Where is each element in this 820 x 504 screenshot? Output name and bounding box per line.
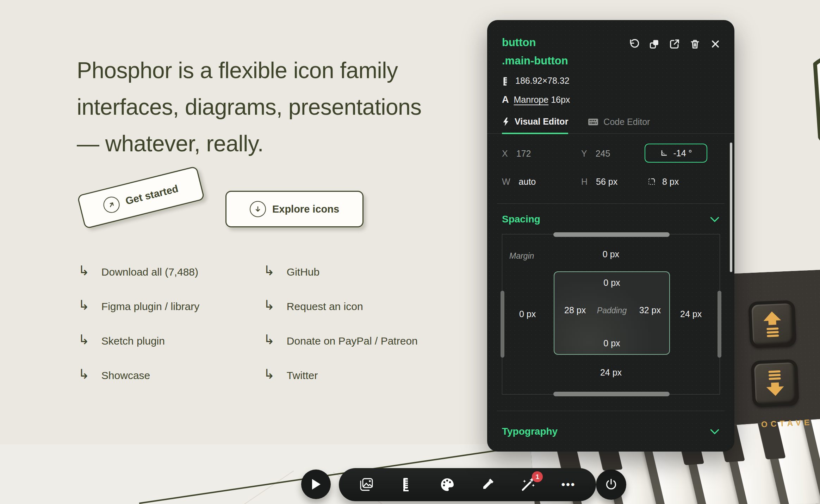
notification-badge: 1 (532, 471, 543, 482)
images-tool-button[interactable] (357, 475, 375, 494)
position-size-fields: X 172 Y 245 -14 ° W auto (487, 134, 734, 203)
height-field[interactable]: H 56 px (581, 172, 617, 191)
link-arrow-icon: ↳ (263, 300, 275, 310)
heading-line-2: interfaces, diagrams, presentations (77, 89, 422, 125)
link-sketch-plugin[interactable]: ↳ Sketch plugin (78, 335, 165, 347)
heading-line-3: — whatever, really. (77, 125, 422, 162)
get-started-button[interactable]: Get started (77, 166, 205, 229)
arrow-down-icon (250, 201, 266, 217)
palette-icon (440, 477, 455, 492)
link-github[interactable]: ↳ GitHub (263, 266, 319, 278)
link-showcase[interactable]: ↳ Showcase (78, 370, 150, 382)
editor-tabs: Visual Editor Code Editor (487, 116, 734, 134)
element-font: A Manrope 16px (502, 94, 720, 105)
padding-right-value[interactable]: 32 px (639, 305, 661, 315)
font-family-link[interactable]: Manrope (514, 95, 549, 105)
tab-code-editor[interactable]: Code Editor (588, 116, 650, 133)
octave-down-button[interactable] (751, 359, 799, 408)
border-radius-field[interactable]: 8 px (647, 172, 679, 191)
padding-top-value[interactable]: 0 px (603, 278, 620, 288)
margin-right-value[interactable]: 24 px (680, 309, 702, 319)
link-twitter[interactable]: ↳ Twitter (263, 370, 318, 382)
margin-left-handle[interactable] (501, 291, 504, 358)
explore-icons-label: Explore icons (272, 203, 339, 215)
arrow-down-icon (754, 362, 796, 404)
padding-bottom-value[interactable]: 0 px (603, 338, 620, 348)
page-title: Phosphor is a flexible icon family inter… (77, 52, 422, 162)
font-icon: A (502, 94, 509, 105)
y-field[interactable]: Y 245 (581, 144, 610, 163)
box-model-editor: Margin 0 px 0 px 24 px 24 px 0 px 28 px … (502, 234, 720, 395)
toolbar: 1 ••• (339, 468, 596, 501)
duplicate-icon[interactable] (648, 38, 660, 50)
ruler-icon (400, 477, 414, 492)
tab-visual-editor[interactable]: Visual Editor (502, 116, 568, 134)
arrow-up-icon (751, 303, 793, 345)
chevron-down-icon (710, 429, 720, 435)
link-donate[interactable]: ↳ Donate on PayPal / Patreon (263, 335, 418, 347)
link-figma-plugin[interactable]: ↳ Figma plugin / library (78, 301, 199, 313)
spacing-section-header[interactable]: Spacing (487, 214, 734, 225)
padding-label: Padding (597, 306, 627, 315)
keyboard-icon (588, 118, 598, 126)
radius-icon (647, 177, 656, 186)
play-icon (311, 478, 321, 490)
play-button[interactable] (301, 470, 331, 499)
undo-icon[interactable] (628, 38, 639, 50)
margin-left-value[interactable]: 0 px (519, 309, 536, 319)
power-button[interactable] (596, 470, 626, 500)
link-request-icon[interactable]: ↳ Request an icon (263, 301, 363, 313)
width-field[interactable]: W auto (502, 172, 536, 191)
margin-bottom-handle[interactable] (553, 392, 670, 396)
ellipsis-icon: ••• (561, 481, 576, 488)
padding-left-value[interactable]: 28 px (564, 305, 586, 315)
link-arrow-icon: ↳ (263, 369, 275, 379)
open-external-icon[interactable] (669, 38, 680, 50)
link-arrow-icon: ↳ (263, 334, 275, 345)
eyedropper-tool-button[interactable] (478, 475, 497, 494)
link-arrow-icon: ↳ (78, 265, 89, 276)
margin-right-handle[interactable] (718, 291, 721, 358)
margin-label: Margin (509, 251, 534, 261)
angle-icon (660, 149, 668, 157)
octave-controls: OCTAVE (748, 299, 820, 430)
page: Phosphor is a flexible icon family inter… (0, 0, 820, 504)
arrow-up-right-icon (102, 195, 122, 215)
chevron-down-icon (710, 216, 720, 222)
typography-section-header[interactable]: Typography (487, 426, 734, 437)
link-arrow-icon: ↳ (78, 300, 89, 310)
padding-box: 0 px 28 px Padding 32 px 0 px (554, 271, 670, 355)
ruler-small-icon (502, 76, 510, 86)
link-download-all[interactable]: ↳ Download all (7,488) (78, 266, 198, 278)
x-field[interactable]: X 172 (502, 144, 531, 163)
divider (497, 203, 725, 204)
images-icon (358, 477, 374, 492)
rotation-field[interactable]: -14 ° (645, 144, 707, 163)
panel-scrollbar[interactable] (730, 143, 732, 272)
link-arrow-icon: ↳ (78, 334, 89, 345)
cursor-doodle (805, 53, 820, 159)
margin-bottom-value[interactable]: 24 px (600, 367, 622, 378)
element-dimensions: 186.92×78.32 (502, 76, 720, 86)
link-arrow-icon: ↳ (78, 369, 89, 379)
eyedropper-icon (480, 477, 495, 492)
link-arrow-icon: ↳ (263, 265, 275, 276)
margin-top-handle[interactable] (553, 232, 670, 237)
panel-actions (628, 38, 721, 50)
close-icon[interactable] (710, 38, 721, 50)
palette-tool-button[interactable] (438, 475, 456, 494)
magic-wand-tool-button[interactable]: 1 (519, 475, 537, 494)
selected-element-class: .main-button (502, 55, 720, 67)
ruler-tool-button[interactable] (398, 475, 416, 494)
get-started-label: Get started (124, 183, 180, 207)
inspector-panel: button .main-button 186.92×78.32 A Manro… (487, 20, 734, 452)
divider (497, 411, 725, 411)
heading-line-1: Phosphor is a flexible icon family (77, 52, 422, 89)
power-icon (605, 478, 617, 491)
lightning-icon (502, 117, 510, 126)
trash-icon[interactable] (689, 38, 701, 50)
more-options-button[interactable]: ••• (559, 475, 578, 494)
octave-up-button[interactable] (748, 300, 797, 348)
margin-top-value[interactable]: 0 px (603, 249, 619, 259)
explore-icons-button[interactable]: Explore icons (225, 191, 364, 227)
